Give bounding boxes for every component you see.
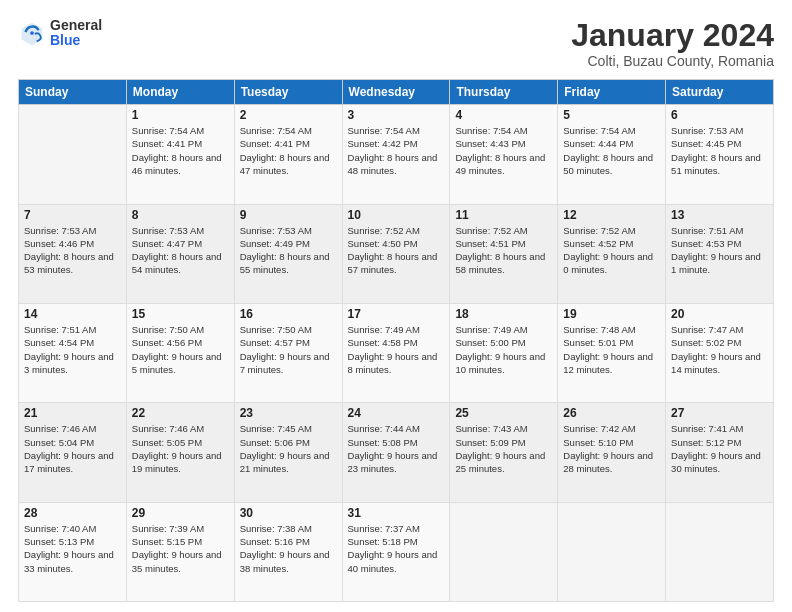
logo-general-label: General — [50, 18, 102, 33]
col-wednesday: Wednesday — [342, 80, 450, 105]
day-number: 3 — [348, 108, 445, 122]
table-row: 31 Sunrise: 7:37 AMSunset: 5:18 PMDaylig… — [342, 502, 450, 601]
table-row: 23 Sunrise: 7:45 AMSunset: 5:06 PMDaylig… — [234, 403, 342, 502]
calendar-week-row: 21 Sunrise: 7:46 AMSunset: 5:04 PMDaylig… — [19, 403, 774, 502]
day-number: 25 — [455, 406, 552, 420]
day-detail: Sunrise: 7:43 AMSunset: 5:09 PMDaylight:… — [455, 422, 552, 475]
month-title: January 2024 — [571, 18, 774, 53]
day-number: 18 — [455, 307, 552, 321]
table-row: 29 Sunrise: 7:39 AMSunset: 5:15 PMDaylig… — [126, 502, 234, 601]
col-tuesday: Tuesday — [234, 80, 342, 105]
table-row: 4 Sunrise: 7:54 AMSunset: 4:43 PMDayligh… — [450, 105, 558, 204]
day-detail: Sunrise: 7:44 AMSunset: 5:08 PMDaylight:… — [348, 422, 445, 475]
page: General Blue January 2024 Colti, Buzau C… — [0, 0, 792, 612]
col-monday: Monday — [126, 80, 234, 105]
calendar-table: Sunday Monday Tuesday Wednesday Thursday… — [18, 79, 774, 602]
table-row: 14 Sunrise: 7:51 AMSunset: 4:54 PMDaylig… — [19, 303, 127, 402]
location-subtitle: Colti, Buzau County, Romania — [571, 53, 774, 69]
table-row: 17 Sunrise: 7:49 AMSunset: 4:58 PMDaylig… — [342, 303, 450, 402]
table-row: 30 Sunrise: 7:38 AMSunset: 5:16 PMDaylig… — [234, 502, 342, 601]
table-row — [558, 502, 666, 601]
table-row: 20 Sunrise: 7:47 AMSunset: 5:02 PMDaylig… — [666, 303, 774, 402]
day-detail: Sunrise: 7:54 AMSunset: 4:43 PMDaylight:… — [455, 124, 552, 177]
day-number: 6 — [671, 108, 768, 122]
day-detail: Sunrise: 7:40 AMSunset: 5:13 PMDaylight:… — [24, 522, 121, 575]
calendar-header-row: Sunday Monday Tuesday Wednesday Thursday… — [19, 80, 774, 105]
day-number: 28 — [24, 506, 121, 520]
calendar-week-row: 7 Sunrise: 7:53 AMSunset: 4:46 PMDayligh… — [19, 204, 774, 303]
calendar-week-row: 1 Sunrise: 7:54 AMSunset: 4:41 PMDayligh… — [19, 105, 774, 204]
day-number: 24 — [348, 406, 445, 420]
table-row: 15 Sunrise: 7:50 AMSunset: 4:56 PMDaylig… — [126, 303, 234, 402]
day-detail: Sunrise: 7:52 AMSunset: 4:52 PMDaylight:… — [563, 224, 660, 277]
day-number: 17 — [348, 307, 445, 321]
day-detail: Sunrise: 7:53 AMSunset: 4:47 PMDaylight:… — [132, 224, 229, 277]
table-row: 19 Sunrise: 7:48 AMSunset: 5:01 PMDaylig… — [558, 303, 666, 402]
day-number: 29 — [132, 506, 229, 520]
day-number: 5 — [563, 108, 660, 122]
table-row: 25 Sunrise: 7:43 AMSunset: 5:09 PMDaylig… — [450, 403, 558, 502]
table-row: 2 Sunrise: 7:54 AMSunset: 4:41 PMDayligh… — [234, 105, 342, 204]
table-row: 11 Sunrise: 7:52 AMSunset: 4:51 PMDaylig… — [450, 204, 558, 303]
day-number: 14 — [24, 307, 121, 321]
table-row: 7 Sunrise: 7:53 AMSunset: 4:46 PMDayligh… — [19, 204, 127, 303]
day-detail: Sunrise: 7:46 AMSunset: 5:04 PMDaylight:… — [24, 422, 121, 475]
day-detail: Sunrise: 7:49 AMSunset: 5:00 PMDaylight:… — [455, 323, 552, 376]
table-row: 22 Sunrise: 7:46 AMSunset: 5:05 PMDaylig… — [126, 403, 234, 502]
day-detail: Sunrise: 7:51 AMSunset: 4:54 PMDaylight:… — [24, 323, 121, 376]
day-detail: Sunrise: 7:54 AMSunset: 4:41 PMDaylight:… — [132, 124, 229, 177]
day-detail: Sunrise: 7:54 AMSunset: 4:41 PMDaylight:… — [240, 124, 337, 177]
day-detail: Sunrise: 7:47 AMSunset: 5:02 PMDaylight:… — [671, 323, 768, 376]
day-detail: Sunrise: 7:39 AMSunset: 5:15 PMDaylight:… — [132, 522, 229, 575]
table-row: 12 Sunrise: 7:52 AMSunset: 4:52 PMDaylig… — [558, 204, 666, 303]
day-detail: Sunrise: 7:54 AMSunset: 4:44 PMDaylight:… — [563, 124, 660, 177]
day-detail: Sunrise: 7:53 AMSunset: 4:49 PMDaylight:… — [240, 224, 337, 277]
table-row: 8 Sunrise: 7:53 AMSunset: 4:47 PMDayligh… — [126, 204, 234, 303]
col-thursday: Thursday — [450, 80, 558, 105]
day-number: 30 — [240, 506, 337, 520]
day-detail: Sunrise: 7:53 AMSunset: 4:46 PMDaylight:… — [24, 224, 121, 277]
table-row: 18 Sunrise: 7:49 AMSunset: 5:00 PMDaylig… — [450, 303, 558, 402]
table-row: 28 Sunrise: 7:40 AMSunset: 5:13 PMDaylig… — [19, 502, 127, 601]
col-saturday: Saturday — [666, 80, 774, 105]
day-number: 16 — [240, 307, 337, 321]
table-row: 21 Sunrise: 7:46 AMSunset: 5:04 PMDaylig… — [19, 403, 127, 502]
day-number: 21 — [24, 406, 121, 420]
day-number: 19 — [563, 307, 660, 321]
table-row: 26 Sunrise: 7:42 AMSunset: 5:10 PMDaylig… — [558, 403, 666, 502]
day-number: 4 — [455, 108, 552, 122]
table-row — [450, 502, 558, 601]
day-detail: Sunrise: 7:45 AMSunset: 5:06 PMDaylight:… — [240, 422, 337, 475]
day-number: 1 — [132, 108, 229, 122]
table-row: 16 Sunrise: 7:50 AMSunset: 4:57 PMDaylig… — [234, 303, 342, 402]
title-block: January 2024 Colti, Buzau County, Romani… — [571, 18, 774, 69]
day-detail: Sunrise: 7:41 AMSunset: 5:12 PMDaylight:… — [671, 422, 768, 475]
day-number: 11 — [455, 208, 552, 222]
day-detail: Sunrise: 7:46 AMSunset: 5:05 PMDaylight:… — [132, 422, 229, 475]
day-detail: Sunrise: 7:51 AMSunset: 4:53 PMDaylight:… — [671, 224, 768, 277]
day-detail: Sunrise: 7:53 AMSunset: 4:45 PMDaylight:… — [671, 124, 768, 177]
table-row — [19, 105, 127, 204]
table-row: 6 Sunrise: 7:53 AMSunset: 4:45 PMDayligh… — [666, 105, 774, 204]
header: General Blue January 2024 Colti, Buzau C… — [18, 18, 774, 69]
day-number: 31 — [348, 506, 445, 520]
col-friday: Friday — [558, 80, 666, 105]
col-sunday: Sunday — [19, 80, 127, 105]
day-detail: Sunrise: 7:48 AMSunset: 5:01 PMDaylight:… — [563, 323, 660, 376]
day-detail: Sunrise: 7:50 AMSunset: 4:56 PMDaylight:… — [132, 323, 229, 376]
svg-point-1 — [30, 32, 34, 36]
table-row: 13 Sunrise: 7:51 AMSunset: 4:53 PMDaylig… — [666, 204, 774, 303]
day-detail: Sunrise: 7:52 AMSunset: 4:51 PMDaylight:… — [455, 224, 552, 277]
day-number: 2 — [240, 108, 337, 122]
day-detail: Sunrise: 7:37 AMSunset: 5:18 PMDaylight:… — [348, 522, 445, 575]
table-row — [666, 502, 774, 601]
day-number: 26 — [563, 406, 660, 420]
day-detail: Sunrise: 7:52 AMSunset: 4:50 PMDaylight:… — [348, 224, 445, 277]
calendar-week-row: 14 Sunrise: 7:51 AMSunset: 4:54 PMDaylig… — [19, 303, 774, 402]
table-row: 1 Sunrise: 7:54 AMSunset: 4:41 PMDayligh… — [126, 105, 234, 204]
logo-text: General Blue — [50, 18, 102, 49]
day-number: 23 — [240, 406, 337, 420]
day-detail: Sunrise: 7:38 AMSunset: 5:16 PMDaylight:… — [240, 522, 337, 575]
day-number: 7 — [24, 208, 121, 222]
logo-icon — [18, 19, 46, 47]
